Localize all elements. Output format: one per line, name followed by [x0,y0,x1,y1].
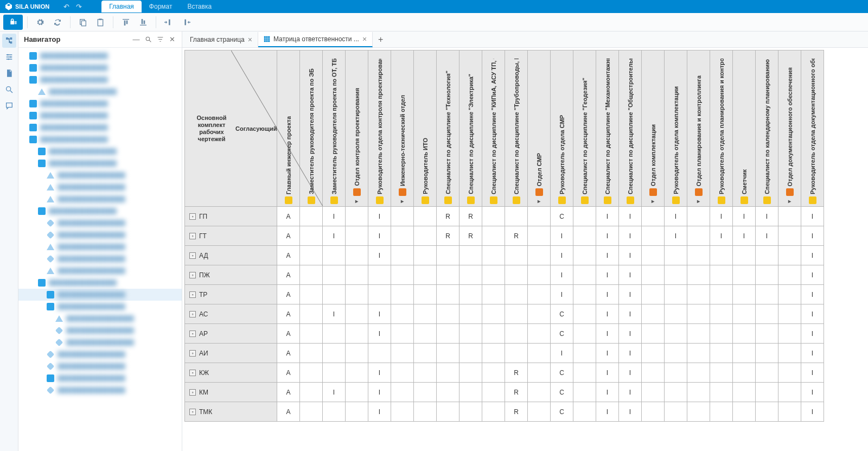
matrix-cell[interactable]: I [596,383,619,402]
paste-button[interactable] [92,15,108,30]
matrix-cell[interactable] [346,285,368,304]
matrix-cell[interactable] [391,402,414,422]
matrix-cell[interactable] [323,285,346,304]
matrix-cell[interactable] [573,285,596,304]
matrix-cell[interactable] [482,226,505,246]
matrix-cell[interactable] [665,285,687,304]
matrix-cell[interactable] [665,304,687,324]
strip-search-button[interactable] [2,82,16,97]
align-bottom-button[interactable] [135,15,151,30]
matrix-cell[interactable] [573,383,596,402]
matrix-cell[interactable] [573,402,596,422]
expand-button[interactable]: ▫ [189,409,196,415]
matrix-cell[interactable]: R [505,383,528,402]
matrix-cell[interactable] [300,402,323,422]
matrix-cell[interactable] [756,246,778,265]
matrix-cell[interactable] [687,246,710,265]
matrix-cell[interactable] [710,246,733,265]
expand-arrow-icon[interactable]: ▸ [788,198,791,204]
matrix-cell[interactable]: A [277,285,300,304]
matrix-cell[interactable]: I [551,285,573,304]
matrix-cell[interactable] [505,285,528,304]
matrix-cell[interactable] [368,265,391,285]
matrix-cell[interactable]: I [801,304,824,324]
matrix-cell[interactable] [482,285,505,304]
matrix-cell[interactable]: I [801,344,824,363]
matrix-cell[interactable]: I [619,363,642,383]
column-header[interactable]: Руководитель отдела документационного об… [801,50,824,207]
matrix-cell[interactable] [505,344,528,363]
matrix-cell[interactable]: I [801,383,824,402]
matrix-cell[interactable]: A [277,207,300,226]
navigator-tree[interactable]: ████████████████████████████████████████… [18,48,182,451]
matrix-cell[interactable] [778,363,801,383]
nav-filter-icon[interactable] [156,35,164,44]
column-header[interactable]: Руководитель отдела планирования и контр… [710,50,733,207]
matrix-cell[interactable] [414,363,437,383]
matrix-cell[interactable] [505,304,528,324]
tree-item[interactable]: ████████████████ [18,229,182,241]
matrix-cell[interactable]: I [801,246,824,265]
matrix-cell[interactable] [756,265,778,285]
column-header[interactable]: Специалист по дисциплине "Механомонтажны… [596,50,619,207]
row-header[interactable]: ▫ ГП [185,207,277,226]
matrix-cell[interactable] [346,207,368,226]
matrix-cell[interactable] [665,344,687,363]
matrix-cell[interactable]: R [459,207,482,226]
close-icon[interactable]: × [248,35,252,44]
matrix-cell[interactable] [300,383,323,402]
matrix-cell[interactable] [710,363,733,383]
column-header[interactable]: Сметчик [733,50,756,207]
matrix-cell[interactable] [733,304,756,324]
matrix-cell[interactable]: I [368,324,391,344]
matrix-cell[interactable] [346,246,368,265]
matrix-cell[interactable] [528,265,551,285]
matrix-cell[interactable] [482,402,505,422]
matrix-cell[interactable]: A [277,402,300,422]
align-top-button[interactable] [118,15,134,30]
row-header[interactable]: ▫ ТР [185,285,277,304]
matrix-cell[interactable] [459,383,482,402]
row-header[interactable]: ▫ АС [185,304,277,324]
column-header[interactable]: Руководитель ИТО [414,50,437,207]
ribbon-tab-insert[interactable]: Вставка [180,1,219,12]
settings-button[interactable] [32,15,48,30]
matrix-cell[interactable]: A [277,304,300,324]
matrix-cell[interactable] [482,246,505,265]
tree-item[interactable]: ████████████████ [18,169,182,181]
matrix-cell[interactable] [482,207,505,226]
matrix-cell[interactable]: R [437,207,459,226]
matrix-cell[interactable] [323,246,346,265]
expand-button[interactable]: ▫ [189,350,196,357]
tree-item[interactable]: ████████████████ [18,205,182,217]
expand-arrow-icon[interactable]: ▸ [401,198,404,204]
matrix-cell[interactable]: I [710,207,733,226]
matrix-cell[interactable]: I [368,363,391,383]
matrix-cell[interactable] [573,344,596,363]
matrix-cell[interactable] [756,363,778,383]
matrix-cell[interactable]: I [596,226,619,246]
tree-item[interactable]: ████████████████ [18,313,182,325]
matrix-cell[interactable]: R [505,363,528,383]
matrix-cell[interactable] [391,304,414,324]
matrix-cell[interactable] [756,304,778,324]
matrix-cell[interactable] [300,207,323,226]
matrix-cell[interactable] [482,324,505,344]
matrix-cell[interactable] [459,265,482,285]
matrix-cell[interactable] [391,344,414,363]
matrix-cell[interactable] [778,226,801,246]
matrix-cell[interactable]: I [619,226,642,246]
matrix-cell[interactable] [482,304,505,324]
matrix-cell[interactable]: C [551,363,573,383]
matrix-cell[interactable]: I [596,402,619,422]
matrix-cell[interactable] [414,402,437,422]
matrix-cell[interactable] [756,344,778,363]
matrix-cell[interactable] [778,285,801,304]
tree-item[interactable]: ████████████████ [18,193,182,205]
tree-item[interactable]: ████████████████ [18,384,182,396]
matrix-cell[interactable] [459,246,482,265]
lock-button[interactable] [3,15,23,30]
tree-item[interactable]: ████████████████ [18,157,182,169]
insert-col-right-button[interactable] [178,15,194,30]
matrix-cell[interactable] [528,383,551,402]
